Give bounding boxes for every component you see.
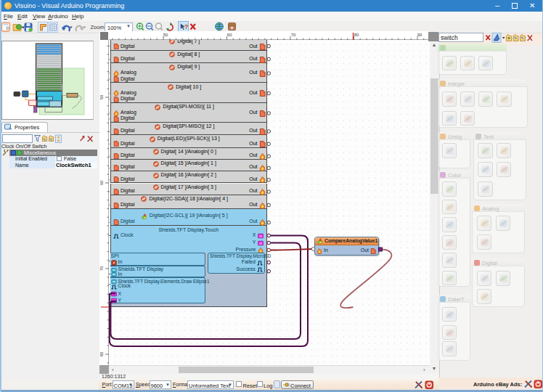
svg-text:70: 70 — [291, 33, 296, 37]
svg-text:70: 70 — [99, 266, 104, 271]
svg-text:80: 80 — [354, 33, 359, 37]
svg-text:60: 60 — [227, 33, 232, 37]
svg-text:?: ? — [184, 23, 188, 30]
svg-text:90: 90 — [417, 33, 422, 37]
svg-text:80: 80 — [99, 351, 104, 356]
svg-text:60: 60 — [99, 180, 104, 185]
svg-text:50: 50 — [99, 94, 104, 99]
svg-text:50: 50 — [163, 33, 168, 37]
